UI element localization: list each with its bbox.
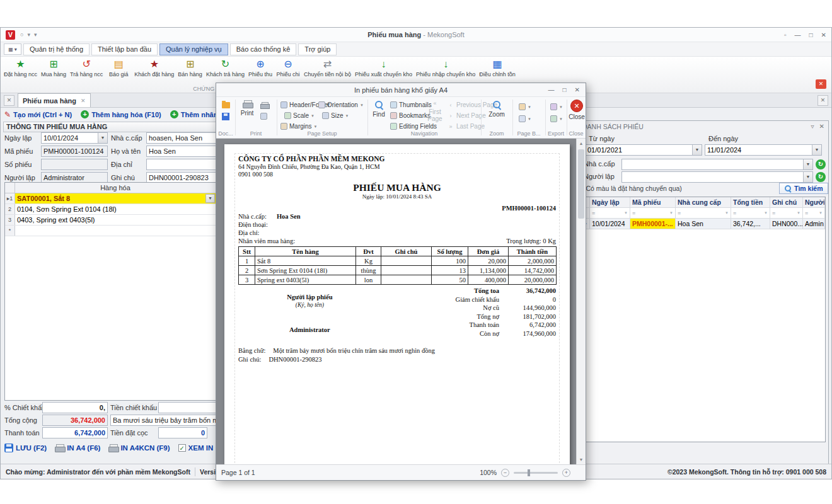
dialog-title-bar[interactable]: In phiếu bán hàng khổ giấy A4 — □ ✕ xyxy=(216,83,586,97)
filter-cell[interactable]: =▼ xyxy=(630,208,676,218)
so-phieu-field[interactable] xyxy=(41,159,108,170)
margins-button[interactable]: Margins▼ xyxy=(280,122,318,130)
item-combo-dropdown-icon[interactable]: ▼ xyxy=(205,194,215,203)
orientation-button[interactable]: Orientation▼ xyxy=(318,101,364,109)
checkbox-checked-icon[interactable]: ✓ xyxy=(178,444,186,452)
editing-fields-button[interactable]: Editing Fields xyxy=(390,122,437,130)
minimize-icon[interactable]: — xyxy=(548,86,555,93)
ngay-lap-field[interactable]: 10/01/2024▼ xyxy=(41,132,108,144)
close-panel-icon[interactable]: ✕ xyxy=(818,95,828,106)
tong-cong-words-field[interactable]: Ba mươi sáu triệu bảy trăm bốn mươi h xyxy=(110,415,228,426)
nha-ccap-filter-field[interactable]: ▼ xyxy=(621,159,813,170)
filter-cell[interactable]: =▼ xyxy=(770,208,803,218)
scroll-down-icon[interactable]: ▼ xyxy=(577,455,586,464)
close-icon[interactable]: ✕ xyxy=(821,32,826,38)
watermark-button[interactable]: ▼ xyxy=(519,115,531,123)
print-a4-button[interactable]: IN A4 (F6) xyxy=(55,444,100,452)
combo-dropdown-icon[interactable]: ▼ xyxy=(803,159,812,169)
find-button[interactable]: Find xyxy=(371,100,387,118)
item-row-3[interactable]: 3 0403, Spring ext 0403(5l) xyxy=(5,215,216,226)
column-ghi-chu[interactable]: Ghi chú xyxy=(770,197,803,207)
items-grid-header[interactable]: Hàng hóa xyxy=(5,183,216,193)
ribbon-item-khach-dat-hang[interactable]: ★Khách đặt hàng xyxy=(132,57,176,77)
column-tong-tien[interactable]: Tổng tiền xyxy=(731,197,770,207)
quick-print-icon[interactable] xyxy=(260,102,269,109)
close-icon[interactable]: ✕ xyxy=(575,86,580,93)
scrollbar-thumb[interactable] xyxy=(578,149,584,219)
open-document-icon[interactable] xyxy=(222,102,230,108)
print-button[interactable]: Print xyxy=(238,100,257,117)
preview-checkbox[interactable]: ✓XEM IN xyxy=(178,444,214,452)
pin-icon[interactable]: ▿ xyxy=(811,123,814,130)
tab-bao-cao-thong-ke[interactable]: Báo cáo thống kê xyxy=(230,43,297,55)
last-page-button[interactable]: »Last Page xyxy=(447,122,485,130)
den-ngay-field[interactable]: 11/01/2024▼ xyxy=(705,144,822,156)
zoom-out-icon[interactable]: − xyxy=(501,469,509,477)
date-dropdown-icon[interactable]: ▼ xyxy=(98,133,107,143)
save-document-icon[interactable] xyxy=(222,113,229,120)
page-setup-dialog-icon[interactable] xyxy=(260,113,267,120)
maximize-icon[interactable]: □ xyxy=(809,32,813,38)
new-button[interactable]: ✎Tạo mới (Ctrl + N) xyxy=(4,111,72,118)
search-button[interactable]: Tìm kiếm xyxy=(779,183,828,194)
refresh-icon[interactable]: ↻ xyxy=(816,172,826,182)
minimize-icon[interactable]: — xyxy=(795,32,801,38)
scale-button[interactable]: Scale▼ xyxy=(284,112,315,120)
maximize-icon[interactable]: □ xyxy=(563,86,567,93)
close-all-tabs-icon[interactable]: ✕ xyxy=(4,95,14,106)
export-email-button[interactable]: ▼ xyxy=(550,115,563,123)
date-dropdown-icon[interactable]: ▼ xyxy=(692,145,702,155)
ribbon-item-tra-hang-ncc[interactable]: ↺Trả hàng ncc xyxy=(68,57,105,77)
refresh-icon[interactable]: ↻ xyxy=(816,159,826,169)
filter-cell[interactable]: =▼ xyxy=(731,208,770,218)
page-color-button[interactable]: ▼ xyxy=(519,103,531,111)
preview-area[interactable]: CÔNG TY CỔ PHẦN PHẦN MỀM MEKONG 64 Nguyễ… xyxy=(216,139,576,464)
ribbon-item-phieu-xuat-chuyen-kho[interactable]: ↓Phiếu xuất chuyển kho xyxy=(353,57,414,77)
pin-icon[interactable]: ▫ xyxy=(784,32,787,38)
filter-cell[interactable]: =▼ xyxy=(676,208,731,218)
ribbon-item-dieu-chinh-ton[interactable]: ▦Điều chỉnh tồn xyxy=(477,57,517,77)
ribbon-item-bao-gia[interactable]: ▤Báo giá xyxy=(105,57,132,77)
ma-phieu-field[interactable]: PMH00001-100124 xyxy=(41,146,108,157)
nguoi-lap-filter-field[interactable]: ▼ xyxy=(621,171,813,183)
preview-scrollbar[interactable]: ▲ ▼ xyxy=(576,139,586,464)
zoom-in-icon[interactable]: + xyxy=(562,469,570,477)
first-page-button[interactable]: «First Page xyxy=(424,100,446,122)
item-row-1[interactable]: ▸1 SAT00001, Sắt 8 ▼ xyxy=(5,193,216,204)
ribbon-item-mua-hang[interactable]: ⊞Mua hàng xyxy=(39,57,68,77)
ribbon-item-phieu-nhap-chuyen-kho[interactable]: ↓Phiếu nhập chuyển kho xyxy=(414,57,477,77)
voucher-row[interactable]: ▸ 10/01/2024 PMH00001-... Hoa Sen 36,742… xyxy=(582,219,825,229)
zoom-slider-thumb[interactable] xyxy=(528,469,530,476)
ribbon-item-dat-hang-ncc[interactable]: ★Đặt hàng ncc xyxy=(2,57,39,77)
zoom-button[interactable]: Zoom xyxy=(487,100,506,118)
filter-cell[interactable]: =▼ xyxy=(803,208,825,218)
tab-quan-ly-nghiep-vu[interactable]: Quản lý nghiệp vụ xyxy=(159,43,228,55)
circle-icon[interactable]: ○ xyxy=(20,32,23,38)
new-item-row[interactable]: * xyxy=(5,226,216,236)
tab-tro-giup[interactable]: Trợ giúp xyxy=(298,43,337,55)
column-hang-hoa[interactable]: Hàng hóa xyxy=(15,183,216,193)
scroll-up-icon[interactable]: ▲ xyxy=(577,139,586,148)
chevron-down-icon[interactable]: ▾ xyxy=(27,32,30,38)
tab-phieu-mua-hang[interactable]: Phiếu mua hàng✕ xyxy=(18,93,91,107)
zoom-slider[interactable] xyxy=(514,472,558,474)
close-icon[interactable]: ✕ xyxy=(819,123,824,130)
save-button[interactable]: LƯU (F2) xyxy=(4,444,47,452)
size-button[interactable]: Size▼ xyxy=(322,112,349,120)
ribbon-item-phieu-chi[interactable]: ⊖Phiếu chi xyxy=(274,57,302,77)
item-row-2[interactable]: 2 0104, Sơn Spring Ext 0104 (18l) xyxy=(5,204,216,215)
add-item-button[interactable]: +Thêm hàng hóa (F10) xyxy=(81,110,161,118)
column-ma-phieu[interactable]: Mã phiếu xyxy=(630,197,676,207)
tab-thiet-lap-ban-dau[interactable]: Thiết lập ban đầu xyxy=(91,43,158,55)
thanh-toan-field[interactable]: 6,742,000 xyxy=(42,427,108,438)
app-menu-button[interactable]: ▦▾ xyxy=(4,43,21,55)
filter-cell[interactable]: =▼ xyxy=(590,208,630,218)
pct-chiet-khau-field[interactable]: 0, xyxy=(42,402,108,413)
tab-quan-tri-he-thong[interactable]: Quản trị hệ thống xyxy=(23,43,90,55)
tu-ngay-field[interactable]: 01/01/2021▼ xyxy=(585,144,702,156)
column-nha-cung-cap[interactable]: Nhà cung cấp xyxy=(676,197,731,207)
next-page-button[interactable]: ›Next Page xyxy=(447,112,486,120)
combo-dropdown-icon[interactable]: ▼ xyxy=(803,172,812,182)
column-nguoi[interactable]: Người xyxy=(803,197,825,207)
export-pdf-button[interactable]: ▼ xyxy=(550,103,563,111)
